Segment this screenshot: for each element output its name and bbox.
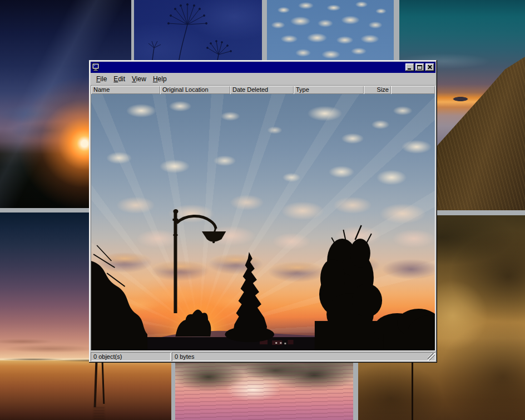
water-pole	[94, 362, 98, 407]
status-bytes: 0 bytes	[172, 352, 435, 361]
close-icon	[428, 65, 432, 69]
menu-edit[interactable]: Edit	[110, 74, 128, 84]
recycle-bin-window: File Edit View Help Name Original Locati…	[89, 60, 437, 363]
column-header-spacer[interactable]	[391, 86, 435, 94]
column-header-name[interactable]: Name	[91, 86, 160, 94]
menu-bar: File Edit View Help	[91, 73, 435, 85]
menu-help[interactable]: Help	[150, 74, 170, 84]
desktop: File Edit View Help Name Original Locati…	[0, 0, 525, 420]
minimize-icon	[408, 68, 411, 70]
resize-grip[interactable]	[428, 353, 435, 360]
pole-reflection	[93, 407, 105, 420]
status-objects: 0 object(s)	[91, 352, 171, 361]
thin-pole	[412, 358, 413, 420]
minimize-button[interactable]	[405, 63, 414, 71]
close-button[interactable]	[425, 63, 434, 71]
column-header-row: Name Original Location Date Deleted Type…	[91, 86, 435, 94]
water-pole	[102, 363, 105, 404]
photo-silhouettes	[91, 94, 435, 350]
column-header-original-location[interactable]: Original Location	[160, 86, 230, 94]
column-header-type[interactable]: Type	[294, 86, 364, 94]
column-header-date-deleted[interactable]: Date Deleted	[230, 86, 294, 94]
column-header-size[interactable]: Size	[364, 86, 391, 94]
menu-file[interactable]: File	[93, 74, 110, 84]
maximize-icon	[417, 65, 422, 70]
computer-icon	[92, 63, 101, 72]
status-bar: 0 object(s) 0 bytes	[91, 352, 435, 361]
window-controls	[405, 63, 434, 71]
list-view: Name Original Location Date Deleted Type…	[91, 85, 435, 351]
menu-view[interactable]: View	[128, 74, 150, 84]
title-bar[interactable]	[91, 62, 435, 73]
maximize-button[interactable]	[415, 63, 424, 71]
list-area-photo-background[interactable]	[91, 94, 435, 350]
